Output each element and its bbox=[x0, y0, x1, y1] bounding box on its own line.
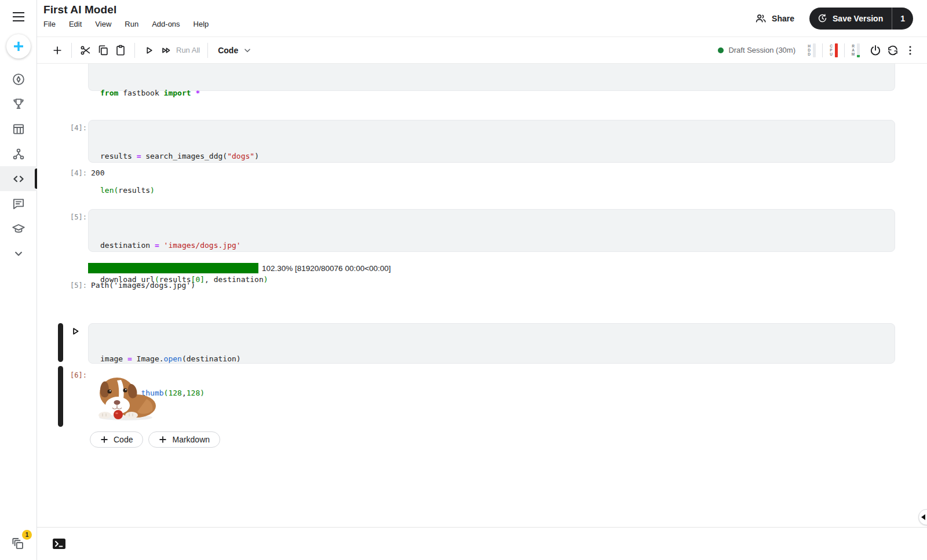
console-button[interactable] bbox=[52, 538, 66, 550]
code-line[interactable]: image.to_thumb(128,128) bbox=[100, 387, 883, 399]
cell-output-text: 200 bbox=[91, 169, 104, 177]
menu-add-ons[interactable]: Add-ons bbox=[152, 20, 180, 28]
sidebar-bottom: 1 bbox=[0, 535, 37, 552]
sidebar-item-learn[interactable] bbox=[0, 216, 37, 241]
code-line[interactable]: download_url(results[0], destination) bbox=[100, 274, 883, 286]
code-cell-show-image[interactable]: image = Image.open(destination) image.to… bbox=[88, 323, 895, 364]
scissors-icon bbox=[79, 44, 92, 57]
share-label: Share bbox=[772, 14, 794, 23]
notebook-title[interactable]: First AI Model bbox=[43, 2, 209, 17]
comment-icon bbox=[11, 196, 26, 211]
chevron-down-icon bbox=[11, 246, 26, 261]
header: First AI Model File Edit View Run Add-on… bbox=[37, 0, 927, 37]
sidebar-item-more[interactable] bbox=[0, 241, 37, 266]
plus-icon bbox=[100, 435, 108, 444]
triangle-left-icon bbox=[921, 514, 925, 520]
copy-cell-button[interactable] bbox=[94, 42, 112, 59]
selected-cell-indicator bbox=[58, 323, 63, 362]
sidebar: 1 bbox=[0, 0, 37, 560]
session-status-label: Draft Session (30m) bbox=[728, 46, 795, 54]
hdd-meter-label: HDD bbox=[807, 44, 811, 56]
power-session-button[interactable] bbox=[867, 42, 884, 59]
cpu-meter: CPU bbox=[826, 43, 841, 57]
sidebar-item-code[interactable] bbox=[0, 166, 37, 191]
copy-icon bbox=[97, 44, 110, 57]
compass-icon bbox=[11, 72, 26, 87]
bottom-bar bbox=[37, 527, 927, 560]
menu-run[interactable]: Run bbox=[125, 20, 138, 28]
notebook-toolbar: Run All Code Draft Session (30m) HDD bbox=[37, 37, 927, 64]
sidebar-item-home[interactable] bbox=[0, 67, 37, 91]
input-prompt: [4]: bbox=[64, 124, 87, 132]
plus-icon bbox=[12, 40, 25, 53]
more-options-button[interactable] bbox=[902, 42, 919, 59]
code-line[interactable]: image = Image.open(destination) bbox=[100, 353, 883, 365]
events-count-badge: 1 bbox=[22, 530, 32, 540]
paste-cell-button[interactable] bbox=[112, 42, 129, 59]
meter-divider bbox=[844, 43, 845, 57]
model-network-icon bbox=[11, 147, 26, 162]
code-line[interactable]: from fastbook import * bbox=[100, 87, 883, 99]
cell-output-text: Path('images/dogs.jpg') bbox=[91, 281, 195, 290]
code-line[interactable]: destination = 'images/dogs.jpg' bbox=[100, 240, 883, 251]
sidebar-item-discussions[interactable] bbox=[0, 191, 37, 216]
code-cell-download-url[interactable]: destination = 'images/dogs.jpg' download… bbox=[88, 209, 895, 252]
selected-output-indicator bbox=[58, 366, 63, 427]
graduation-cap-icon bbox=[11, 221, 26, 236]
fast-forward-icon bbox=[160, 44, 173, 57]
run-all-button[interactable] bbox=[158, 42, 175, 59]
progress-bar-fill bbox=[88, 263, 258, 273]
hamburger-icon bbox=[11, 9, 26, 24]
meter-divider bbox=[822, 43, 823, 57]
run-all-label[interactable]: Run All bbox=[176, 46, 200, 54]
create-button[interactable] bbox=[6, 34, 31, 58]
add-markdown-cell-button[interactable]: Markdown bbox=[148, 431, 220, 448]
power-icon bbox=[868, 43, 882, 57]
menubar: File Edit View Run Add-ons Help bbox=[43, 20, 209, 28]
add-cell-row: Code Markdown bbox=[90, 431, 220, 448]
menu-view[interactable]: View bbox=[95, 20, 111, 28]
download-progress: 102.30% [81920/80076 00:00<00:00] bbox=[88, 263, 391, 273]
output-prompt: [6]: bbox=[64, 371, 87, 379]
run-cell-button[interactable] bbox=[140, 42, 158, 59]
notebook-canvas[interactable]: from fastbook import * from fastai.visio… bbox=[37, 64, 927, 527]
save-version-label: Save Version bbox=[833, 14, 883, 23]
hamburger-menu-button[interactable] bbox=[0, 9, 37, 24]
output-image-puppy bbox=[91, 369, 158, 421]
session-status: Draft Session (30m) bbox=[718, 46, 795, 54]
plus-icon bbox=[159, 435, 167, 444]
menu-file[interactable]: File bbox=[43, 20, 56, 28]
share-button[interactable]: Share bbox=[754, 12, 794, 25]
play-icon bbox=[70, 325, 81, 337]
play-icon bbox=[143, 44, 155, 57]
cpu-meter-bar bbox=[835, 43, 838, 57]
run-this-cell-button[interactable] bbox=[68, 324, 82, 338]
toolbar-divider bbox=[71, 43, 72, 58]
add-cell-button[interactable] bbox=[49, 42, 66, 59]
resource-meters: HDD CPU RAM bbox=[804, 43, 863, 57]
sidebar-item-datasets[interactable] bbox=[0, 116, 37, 141]
app-window: 1 First AI Model File Edit View Run Add-… bbox=[0, 0, 927, 560]
version-count[interactable]: 1 bbox=[892, 8, 913, 30]
menu-help[interactable]: Help bbox=[194, 20, 209, 28]
output-prompt: [5]: bbox=[64, 281, 87, 290]
code-line[interactable]: results = search_images_ddg("dogs") bbox=[100, 151, 883, 162]
active-events-button[interactable]: 1 bbox=[10, 535, 27, 552]
toolbar-divider bbox=[134, 43, 135, 58]
sidebar-item-competitions[interactable] bbox=[0, 91, 37, 116]
code-cell-imports[interactable]: from fastbook import * from fastai.visio… bbox=[88, 64, 895, 91]
chevron-down-icon bbox=[244, 47, 251, 54]
cell-type-dropdown[interactable]: Code bbox=[213, 43, 256, 57]
sidebar-item-models[interactable] bbox=[0, 141, 37, 166]
history-clock-icon bbox=[817, 13, 828, 24]
code-cell-search-images[interactable]: results = search_images_ddg("dogs") len(… bbox=[88, 120, 895, 163]
terminal-icon bbox=[52, 538, 66, 550]
restart-session-button[interactable] bbox=[884, 42, 902, 59]
save-version-button[interactable]: Save Version 1 bbox=[809, 8, 913, 30]
cut-cell-button[interactable] bbox=[77, 42, 94, 59]
output-prompt: [4]: bbox=[64, 169, 87, 177]
menu-edit[interactable]: Edit bbox=[69, 20, 82, 28]
code-line[interactable]: len(results) bbox=[100, 185, 883, 196]
add-code-cell-button[interactable]: Code bbox=[90, 431, 143, 448]
clipboard-icon bbox=[114, 44, 127, 57]
